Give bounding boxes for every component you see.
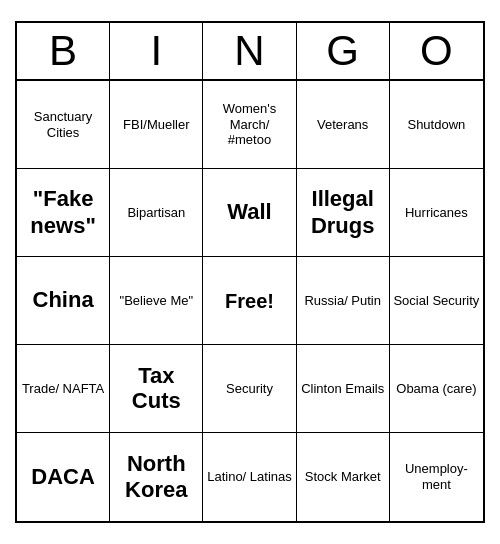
bingo-letter-g: G [297, 23, 390, 79]
bingo-cell-11: "Believe Me" [110, 257, 203, 345]
bingo-cell-4: Shutdown [390, 81, 483, 169]
bingo-cell-5: "Fake news" [17, 169, 110, 257]
bingo-cell-14: Social Security [390, 257, 483, 345]
bingo-cell-23: Stock Market [297, 433, 390, 521]
bingo-cell-8: Illegal Drugs [297, 169, 390, 257]
bingo-cell-2: Women's March/ #metoo [203, 81, 296, 169]
bingo-letter-b: B [17, 23, 110, 79]
bingo-cell-7: Wall [203, 169, 296, 257]
bingo-letter-n: N [203, 23, 296, 79]
bingo-cell-24: Unemploy- ment [390, 433, 483, 521]
bingo-cell-17: Security [203, 345, 296, 433]
bingo-cell-19: Obama (care) [390, 345, 483, 433]
bingo-grid: Sanctuary CitiesFBI/MuellerWomen's March… [17, 81, 483, 521]
bingo-cell-0: Sanctuary Cities [17, 81, 110, 169]
bingo-cell-3: Veterans [297, 81, 390, 169]
bingo-cell-18: Clinton Emails [297, 345, 390, 433]
bingo-cell-10: China [17, 257, 110, 345]
bingo-letter-i: I [110, 23, 203, 79]
bingo-cell-15: Trade/ NAFTA [17, 345, 110, 433]
bingo-header: BINGO [17, 23, 483, 81]
bingo-cell-9: Hurricanes [390, 169, 483, 257]
bingo-cell-13: Russia/ Putin [297, 257, 390, 345]
bingo-card: BINGO Sanctuary CitiesFBI/MuellerWomen's… [15, 21, 485, 523]
bingo-cell-20: DACA [17, 433, 110, 521]
bingo-cell-12: Free! [203, 257, 296, 345]
bingo-cell-22: Latino/ Latinas [203, 433, 296, 521]
bingo-cell-16: Tax Cuts [110, 345, 203, 433]
bingo-cell-21: North Korea [110, 433, 203, 521]
bingo-cell-1: FBI/Mueller [110, 81, 203, 169]
bingo-cell-6: Bipartisan [110, 169, 203, 257]
bingo-letter-o: O [390, 23, 483, 79]
